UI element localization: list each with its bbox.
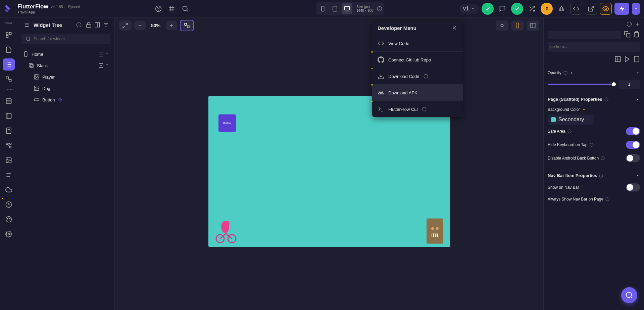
debug-icon[interactable] bbox=[555, 3, 567, 15]
rail-cloud[interactable] bbox=[3, 184, 15, 196]
run-dropdown[interactable] bbox=[632, 3, 640, 15]
menu-cli[interactable]: FlutterFlow CLI bbox=[372, 101, 463, 117]
image-icon bbox=[34, 74, 40, 80]
rail-settings[interactable] bbox=[3, 228, 15, 240]
chevron-down-icon[interactable] bbox=[105, 51, 109, 55]
lock-icon[interactable] bbox=[86, 22, 92, 28]
menu-download-code[interactable]: Download Code bbox=[372, 68, 463, 84]
info-icon[interactable] bbox=[76, 22, 82, 28]
github-icon bbox=[378, 56, 384, 63]
svg-rect-5 bbox=[333, 6, 337, 11]
info-icon[interactable] bbox=[627, 21, 632, 27]
grid-view-icon[interactable] bbox=[614, 56, 621, 62]
rail-widget-tree[interactable] bbox=[3, 58, 15, 71]
safe-area-toggle[interactable] bbox=[626, 127, 640, 135]
version-dropdown[interactable]: v1 bbox=[459, 4, 479, 14]
help-icon[interactable] bbox=[155, 5, 162, 12]
preview-icon[interactable] bbox=[600, 3, 612, 15]
play-icon[interactable] bbox=[624, 56, 631, 62]
delete-icon[interactable] bbox=[633, 31, 640, 38]
document-icon[interactable] bbox=[633, 56, 640, 62]
rail-api[interactable] bbox=[3, 139, 15, 151]
chevron-down-icon[interactable] bbox=[635, 71, 640, 75]
opacity-value[interactable]: 1 bbox=[618, 80, 640, 89]
menu-label: Download Code bbox=[388, 74, 419, 79]
open-external-icon[interactable] bbox=[585, 3, 597, 15]
svg-point-100 bbox=[431, 227, 434, 230]
svg-rect-34 bbox=[6, 114, 11, 119]
svg-rect-104 bbox=[434, 233, 435, 237]
tree-item-home[interactable]: Home bbox=[17, 48, 114, 60]
rail-firestore[interactable] bbox=[3, 95, 15, 107]
chevron-down-icon[interactable] bbox=[635, 173, 640, 178]
mobile-device-button[interactable] bbox=[317, 3, 328, 14]
multiselect-tool[interactable] bbox=[180, 20, 194, 31]
menu-download-apk[interactable]: Download APK bbox=[372, 84, 463, 101]
canvas-button-widget[interactable]: Button bbox=[218, 114, 236, 132]
close-icon[interactable] bbox=[451, 25, 457, 31]
disable-back-toggle[interactable] bbox=[626, 154, 640, 162]
rail-pages[interactable] bbox=[3, 44, 15, 56]
rail-appstate[interactable] bbox=[3, 125, 15, 137]
light-mode-toggle[interactable] bbox=[496, 20, 508, 31]
tree-label: Player bbox=[42, 75, 55, 80]
rail-media[interactable] bbox=[3, 154, 15, 166]
copy-icon[interactable] bbox=[624, 31, 631, 38]
tree-item-dog[interactable]: Dog bbox=[17, 83, 114, 94]
search-fab[interactable] bbox=[621, 287, 637, 303]
menu-connect-github[interactable]: Connect GitHub Repo bbox=[372, 51, 463, 68]
bg-color-selector[interactable]: Secondary bbox=[548, 115, 594, 125]
zoom-in-button[interactable] bbox=[166, 21, 177, 30]
close-icon[interactable] bbox=[587, 118, 591, 122]
tree-label: Stack bbox=[37, 63, 48, 68]
search-icon[interactable] bbox=[182, 5, 189, 12]
tree-item-stack[interactable]: Stack bbox=[17, 60, 114, 71]
select-tool[interactable] bbox=[119, 20, 132, 31]
tree-item-button[interactable]: Button bbox=[17, 94, 114, 105]
responsive-preview[interactable] bbox=[527, 20, 539, 31]
menu-view-code[interactable]: View Code bbox=[372, 35, 463, 51]
run-button[interactable] bbox=[614, 3, 629, 15]
warnings-badge[interactable]: 2 bbox=[541, 3, 553, 15]
hide-keyboard-toggle[interactable] bbox=[626, 141, 640, 149]
rail-theme[interactable] bbox=[3, 213, 15, 225]
dog-sprite[interactable] bbox=[427, 218, 443, 243]
player-sprite[interactable] bbox=[212, 218, 239, 243]
tablet-device-button[interactable] bbox=[330, 3, 340, 14]
zoom-out-button[interactable] bbox=[134, 21, 146, 30]
chevron-down-icon[interactable] bbox=[105, 63, 109, 67]
page-name-field[interactable] bbox=[548, 31, 621, 39]
add-icon[interactable] bbox=[635, 21, 640, 27]
color-name: Secondary bbox=[558, 117, 584, 123]
panel-search[interactable]: ge here... bbox=[548, 42, 640, 52]
keyboard-shortcuts-icon[interactable] bbox=[168, 5, 175, 12]
status-check-badge-2[interactable] bbox=[511, 3, 523, 15]
canvas-page[interactable]: Button bbox=[208, 96, 450, 247]
svg-rect-115 bbox=[627, 34, 630, 37]
rail-storyboard[interactable] bbox=[3, 73, 15, 85]
widget-search[interactable] bbox=[21, 34, 110, 44]
rail-datatypes[interactable] bbox=[3, 110, 15, 122]
add-icon[interactable] bbox=[98, 63, 104, 68]
size-info-icon[interactable] bbox=[376, 5, 383, 12]
comments-icon[interactable] bbox=[496, 3, 508, 15]
tree-item-player[interactable]: Player bbox=[17, 71, 114, 83]
show-navbar-toggle[interactable] bbox=[626, 183, 640, 191]
opacity-slider[interactable] bbox=[548, 84, 616, 85]
rail-dashboard[interactable] bbox=[3, 29, 15, 41]
settings-icon[interactable] bbox=[582, 107, 586, 112]
optimize-icon[interactable] bbox=[526, 3, 538, 15]
filter-icon[interactable] bbox=[103, 22, 109, 28]
status-check-badge[interactable] bbox=[482, 3, 494, 15]
code-icon[interactable] bbox=[570, 3, 582, 15]
desktop-device-button[interactable] bbox=[342, 3, 352, 14]
search-input[interactable] bbox=[34, 37, 106, 41]
chevron-down-icon[interactable] bbox=[635, 97, 640, 102]
columns-icon[interactable] bbox=[94, 22, 100, 28]
add-icon[interactable] bbox=[98, 51, 104, 57]
info-icon bbox=[604, 97, 608, 101]
rail-custom-code[interactable] bbox=[3, 169, 15, 181]
rail-tests[interactable] bbox=[3, 198, 15, 211]
device-preview[interactable] bbox=[511, 20, 524, 31]
settings-icon[interactable] bbox=[569, 71, 574, 75]
